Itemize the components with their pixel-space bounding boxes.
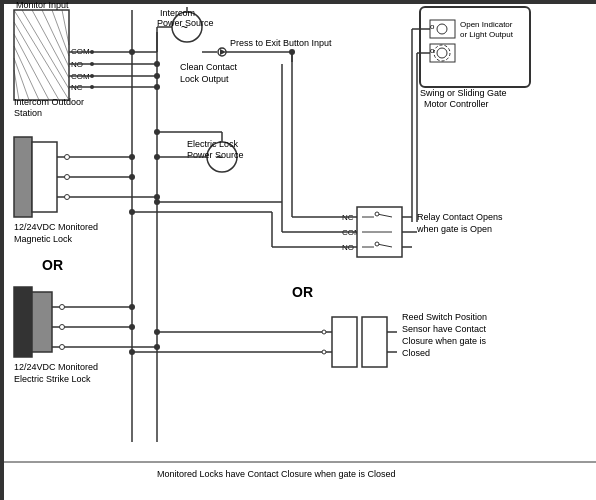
- svg-point-99: [60, 325, 65, 330]
- svg-point-48: [154, 84, 160, 90]
- svg-point-126: [375, 242, 379, 246]
- wiring-diagram: Monitor Input COM NO COM NC Intercom Out…: [0, 0, 596, 500]
- svg-text:12/24VDC Monitored: 12/24VDC Monitored: [14, 222, 98, 232]
- intercom-outdoor-label: Intercom Outdoor: [14, 97, 84, 107]
- svg-text:when gate is Open: when gate is Open: [416, 224, 492, 234]
- svg-point-159: [129, 349, 135, 355]
- svg-text:Sensor have Contact: Sensor have Contact: [402, 324, 487, 334]
- svg-point-57: [154, 129, 160, 135]
- svg-text:Monitored Locks have Contact C: Monitored Locks have Contact Closure whe…: [157, 469, 396, 479]
- svg-text:Lock Output: Lock Output: [180, 74, 229, 84]
- svg-point-84: [65, 195, 70, 200]
- svg-point-60: [154, 154, 160, 160]
- svg-point-42: [129, 49, 135, 55]
- svg-text:OR: OR: [42, 257, 63, 273]
- svg-rect-145: [362, 317, 387, 367]
- svg-point-88: [129, 174, 135, 180]
- svg-text:Reed Switch Position: Reed Switch Position: [402, 312, 487, 322]
- svg-point-157: [154, 329, 160, 335]
- svg-point-80: [65, 155, 70, 160]
- svg-text:Intercom: Intercom: [160, 8, 195, 18]
- svg-text:Station: Station: [14, 108, 42, 118]
- svg-rect-95: [32, 292, 52, 352]
- svg-point-105: [129, 324, 135, 330]
- svg-text:Power Source: Power Source: [187, 150, 244, 160]
- svg-text:Closure when gate is: Closure when gate is: [402, 336, 487, 346]
- svg-point-44: [154, 61, 160, 67]
- svg-text:Swing or Sliding Gate: Swing or Sliding Gate: [420, 88, 507, 98]
- svg-text:Magnetic Lock: Magnetic Lock: [14, 234, 73, 244]
- svg-text:12/24VDC Monitored: 12/24VDC Monitored: [14, 362, 98, 372]
- svg-text:Electric Strike Lock: Electric Strike Lock: [14, 374, 91, 384]
- svg-point-103: [129, 304, 135, 310]
- svg-point-63: [437, 24, 447, 34]
- svg-point-122: [375, 212, 379, 216]
- svg-text:Relay Contact Opens: Relay Contact Opens: [417, 212, 503, 222]
- svg-text:Clean Contact: Clean Contact: [180, 62, 238, 72]
- svg-point-86: [129, 154, 135, 160]
- svg-text:Press to Exit Button Input: Press to Exit Button Input: [230, 38, 332, 48]
- svg-text:Closed: Closed: [402, 348, 430, 358]
- svg-text:Open Indicator: Open Indicator: [460, 20, 513, 29]
- monitor-input-label: Monitor Input: [16, 2, 69, 10]
- svg-text:Electric Lock: Electric Lock: [187, 139, 239, 149]
- svg-text:OR: OR: [292, 284, 313, 300]
- svg-point-101: [60, 345, 65, 350]
- svg-rect-94: [14, 287, 32, 357]
- svg-point-97: [60, 305, 65, 310]
- svg-point-149: [322, 350, 326, 354]
- svg-point-46: [154, 73, 160, 79]
- svg-text:or Light Output: or Light Output: [460, 30, 514, 39]
- svg-text:o: o: [430, 46, 435, 55]
- svg-rect-78: [32, 142, 57, 212]
- svg-rect-144: [332, 317, 357, 367]
- svg-point-107: [154, 344, 160, 350]
- svg-point-82: [65, 175, 70, 180]
- svg-point-138: [154, 199, 160, 205]
- svg-text:o: o: [430, 22, 435, 31]
- svg-rect-77: [14, 137, 32, 217]
- svg-point-65: [437, 48, 447, 58]
- svg-point-142: [129, 209, 135, 215]
- svg-point-147: [322, 330, 326, 334]
- svg-text:Motor Controller: Motor Controller: [424, 99, 489, 109]
